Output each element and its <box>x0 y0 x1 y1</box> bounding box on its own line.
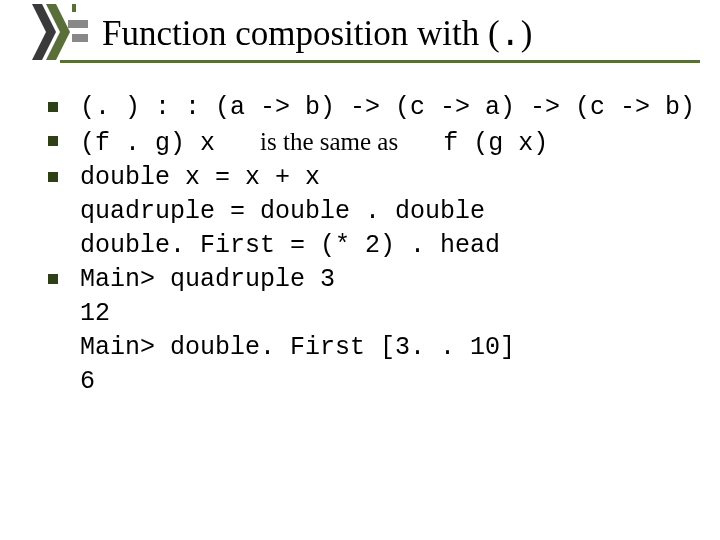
slide-title: Function composition with (.) <box>102 14 532 56</box>
svg-rect-4 <box>68 20 88 28</box>
body-line: Main> double. First [3. . 10] <box>48 332 688 364</box>
svg-rect-6 <box>72 4 76 12</box>
text-segment: 12 <box>80 299 110 328</box>
line-content: quadruple = double . double <box>80 196 485 228</box>
body-line: double x = x + x <box>48 162 688 194</box>
square-bullet-icon <box>48 274 58 284</box>
text-segment: 6 <box>80 367 95 396</box>
body-line: 12 <box>48 298 688 330</box>
text-segment: Main> double. First [3. . 10] <box>80 333 515 362</box>
square-bullet-icon <box>48 136 58 146</box>
title-prefix: Function composition with ( <box>102 14 500 53</box>
title-dot: . <box>500 16 521 56</box>
text-segment: (. ) : : (a -> b) -> (c -> a) -> (c -> b… <box>80 93 695 122</box>
text-segment: Main> quadruple 3 <box>80 265 335 294</box>
svg-rect-5 <box>72 34 88 42</box>
line-content: double. First = (* 2) . head <box>80 230 500 262</box>
body-line: (f . g) x is the same as f (g x) <box>48 126 688 160</box>
body-line: (. ) : : (a -> b) -> (c -> a) -> (c -> b… <box>48 92 688 124</box>
line-content: Main> quadruple 3 <box>80 264 335 296</box>
text-segment: (f . g) x <box>80 129 260 158</box>
line-content: (f . g) x is the same as f (g x) <box>80 126 548 160</box>
body-line: quadruple = double . double <box>48 196 688 228</box>
title-region: Function composition with (.) <box>0 0 720 70</box>
text-segment: is the same as <box>260 128 398 155</box>
text-segment: quadruple = double . double <box>80 197 485 226</box>
line-content: Main> double. First [3. . 10] <box>80 332 515 364</box>
haskell-logo-icon <box>28 4 88 60</box>
slide-body: (. ) : : (a -> b) -> (c -> a) -> (c -> b… <box>48 92 688 400</box>
title-suffix: ) <box>521 14 533 53</box>
body-line: Main> quadruple 3 <box>48 264 688 296</box>
line-content: double x = x + x <box>80 162 320 194</box>
line-content: (. ) : : (a -> b) -> (c -> a) -> (c -> b… <box>80 92 695 124</box>
square-bullet-icon <box>48 102 58 112</box>
line-content: 6 <box>80 366 95 398</box>
text-segment: f (g x) <box>398 129 548 158</box>
body-line: 6 <box>48 366 688 398</box>
slide: Function composition with (.) (. ) : : (… <box>0 0 720 540</box>
text-segment: double x = x + x <box>80 163 320 192</box>
text-segment: double. First = (* 2) . head <box>80 231 500 260</box>
body-line: double. First = (* 2) . head <box>48 230 688 262</box>
square-bullet-icon <box>48 172 58 182</box>
line-content: 12 <box>80 298 110 330</box>
title-underline <box>60 60 700 63</box>
